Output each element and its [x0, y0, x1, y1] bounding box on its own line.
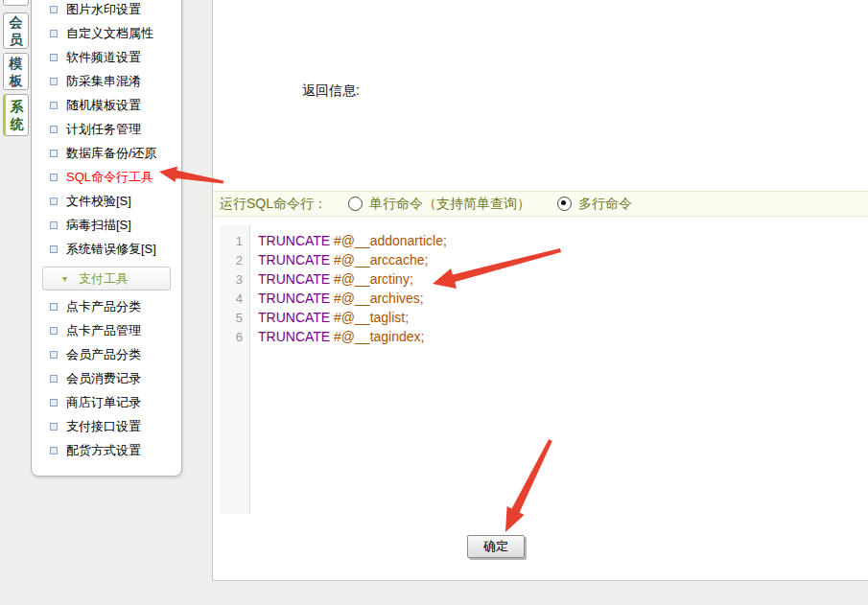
menu-item-label: 支付接口设置 — [66, 418, 141, 435]
radio-icon[interactable] — [348, 197, 363, 211]
tab-label: 会员 — [9, 13, 24, 48]
sidebar-menu-item[interactable]: 系统错误修复[S] — [32, 237, 181, 261]
sidebar-menu-item[interactable]: SQL命令行工具 — [32, 165, 181, 189]
sidebar-menu-item[interactable]: 计划任务管理 — [32, 117, 181, 141]
sidebar-menu-item[interactable]: 会员消费记录 — [32, 366, 181, 390]
bullet-icon — [50, 447, 58, 454]
code-line: 5 TRUNCATE #@__taglist; — [220, 308, 868, 327]
bullet-icon — [50, 6, 58, 13]
menu-item-label: 软件频道设置 — [66, 49, 141, 66]
bullet-icon — [50, 150, 58, 157]
menu-item-label: 会员消费记录 — [66, 370, 141, 387]
code-text: TRUNCATE #@__arccache; — [249, 252, 428, 268]
sidebar-menu: 图片水印设置 自定义文档属性 软件频道设置 防采集串混淆 随机模板设置 计划任务… — [31, 0, 182, 477]
sidebar-menu-item[interactable]: 自定义文档属性 — [32, 21, 181, 45]
bullet-icon — [50, 54, 58, 61]
sql-editor[interactable]: 1 TRUNCATE #@__addonarticle; 2 TRUNCATE … — [220, 225, 868, 514]
bullet-icon — [50, 399, 58, 407]
tab-partial[interactable] — [3, 0, 29, 6]
code-text: TRUNCATE #@__arctiny; — [249, 271, 413, 287]
line-number: 6 — [220, 330, 249, 344]
return-info-label: 返回信息: — [302, 82, 360, 100]
section-label: 支付工具 — [79, 270, 129, 288]
code-text: TRUNCATE #@__taglist; — [249, 310, 409, 325]
code-line: 6 TRUNCATE #@__tagindex; — [220, 327, 868, 346]
menu-item-label: 系统错误修复[S] — [66, 241, 156, 258]
menu-item-label: 点卡产品分类 — [66, 298, 141, 315]
code-line: 1 TRUNCATE #@__addonarticle; — [220, 231, 868, 250]
chevron-down-icon: ▾ — [62, 273, 67, 284]
sidebar-menu-item[interactable]: 图片水印设置 — [32, 0, 181, 21]
vertical-tab[interactable]: 系统 — [3, 94, 29, 136]
sidebar-section-header[interactable]: ▾ 支付工具 — [42, 267, 171, 291]
code-line: 3 TRUNCATE #@__arctiny; — [220, 269, 868, 289]
command-bar-label: 运行SQL命令行： — [220, 196, 327, 213]
radio-icon[interactable] — [557, 197, 572, 211]
bullet-icon — [50, 174, 58, 181]
radio-option[interactable]: 多行命令 — [557, 196, 632, 213]
sidebar-menu-item[interactable]: 病毒扫描[S] — [32, 213, 181, 237]
bullet-icon — [50, 221, 58, 229]
bullet-icon — [50, 198, 58, 205]
menu-item-label: 图片水印设置 — [66, 1, 141, 18]
bullet-icon — [50, 30, 58, 37]
bullet-icon — [50, 327, 58, 335]
sidebar-menu-item[interactable]: 软件频道设置 — [32, 45, 181, 69]
bullet-icon — [50, 375, 58, 383]
line-number: 3 — [220, 272, 249, 287]
sidebar-menu-item[interactable]: 随机模板设置 — [32, 93, 181, 117]
page: 会员 模板 系统 图片水印设置 自定义文档属性 软件频道设置 防采集串混淆 随机… — [0, 0, 868, 605]
code-text: TRUNCATE #@__archives; — [249, 291, 424, 306]
line-number: 5 — [220, 311, 249, 325]
menu-item-label: SQL命令行工具 — [66, 169, 153, 186]
code-text: TRUNCATE #@__tagindex; — [249, 329, 424, 344]
sidebar-menu-item[interactable]: 防采集串混淆 — [32, 69, 181, 93]
bullet-icon — [50, 303, 58, 311]
line-number: 1 — [220, 234, 249, 248]
radio-label: 单行命令（支持简单查询） — [369, 196, 530, 213]
bullet-icon — [50, 245, 58, 253]
bullet-icon — [50, 351, 58, 359]
line-number: 2 — [220, 253, 249, 268]
sidebar-menu-item[interactable]: 配货方式设置 — [32, 438, 181, 462]
menu-item-label: 商店订单记录 — [66, 394, 141, 411]
bullet-icon — [50, 423, 58, 430]
bullet-icon — [50, 126, 58, 133]
code-line: 2 TRUNCATE #@__arccache; — [220, 250, 868, 269]
vertical-tab[interactable]: 会员 — [3, 12, 29, 49]
sidebar-menu-item[interactable]: 会员产品分类 — [32, 342, 181, 366]
menu-item-label: 会员产品分类 — [66, 346, 141, 363]
menu-item-label: 配货方式设置 — [66, 442, 141, 459]
menu-item-label: 自定义文档属性 — [66, 25, 153, 42]
sidebar-menu-item[interactable]: 支付接口设置 — [32, 414, 181, 438]
bullet-icon — [50, 102, 58, 109]
menu-item-label: 计划任务管理 — [66, 121, 141, 138]
tab-label: 系统 — [10, 98, 25, 132]
sql-command-bar: 运行SQL命令行： 单行命令（支持简单查询） 多行命令 — [213, 191, 868, 217]
bullet-icon — [50, 78, 58, 85]
sidebar-menu-item[interactable]: 点卡产品分类 — [32, 294, 181, 318]
menu-item-label: 点卡产品管理 — [66, 322, 141, 339]
code-text: TRUNCATE #@__addonarticle; — [249, 233, 447, 248]
confirm-button[interactable]: 确定 — [467, 535, 525, 558]
sidebar-menu-item[interactable]: 数据库备份/还原 — [32, 141, 181, 165]
main-content: 返回信息: 运行SQL命令行： 单行命令（支持简单查询） 多行命令 1 TRUN… — [212, 0, 868, 581]
menu-item-label: 防采集串混淆 — [66, 73, 141, 90]
line-number: 4 — [220, 291, 249, 306]
menu-item-label: 病毒扫描[S] — [66, 217, 131, 234]
command-mode-radio-group: 单行命令（支持简单查询） 多行命令 — [348, 196, 659, 213]
menu-item-label: 随机模板设置 — [66, 97, 141, 114]
sidebar-menu-item[interactable]: 文件校验[S] — [32, 189, 181, 213]
radio-label: 多行命令 — [578, 196, 632, 213]
tab-label: 模板 — [9, 55, 24, 89]
sidebar-menu-item[interactable]: 点卡产品管理 — [32, 318, 181, 342]
sidebar-menu-item[interactable]: 商店订单记录 — [32, 390, 181, 414]
menu-item-label: 数据库备份/还原 — [66, 145, 157, 162]
code-line: 4 TRUNCATE #@__archives; — [220, 289, 868, 308]
radio-option[interactable]: 单行命令（支持简单查询） — [348, 196, 530, 213]
menu-item-label: 文件校验[S] — [66, 193, 131, 210]
vertical-tab[interactable]: 模板 — [3, 53, 29, 90]
